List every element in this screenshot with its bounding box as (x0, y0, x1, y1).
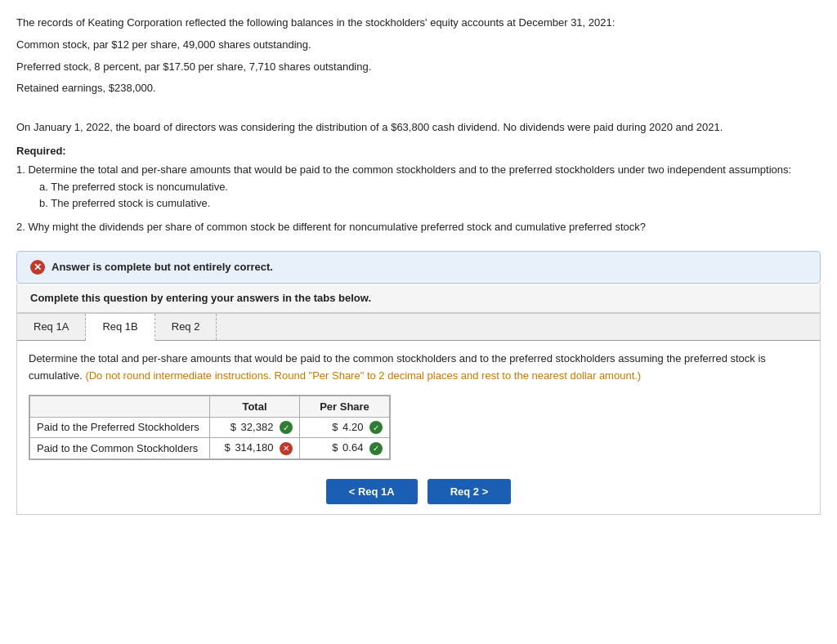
q2-text: 2. Why might the dividends per share of … (16, 219, 821, 236)
intro-line1: Common stock, par $12 per share, 49,000 … (16, 37, 821, 54)
row1-total-cell[interactable]: $ 32,382 ✓ (210, 417, 300, 438)
complete-banner-text: Complete this question by entering your … (30, 292, 371, 304)
row2-label: Paid to the Common Stockholders (30, 438, 210, 459)
incorrect-icon: ✕ (30, 260, 45, 275)
data-table: Total Per Share Paid to the Preferred St… (29, 396, 390, 459)
row1-dollar-total: $ (231, 421, 236, 433)
col-header-pershare: Per Share (300, 396, 390, 417)
row1-label: Paid to the Preferred Stockholders (30, 417, 210, 438)
tab-req1b[interactable]: Req 1B (86, 314, 154, 341)
row2-pershare-value: 0.64 (342, 441, 363, 454)
tab-req1a[interactable]: Req 1A (17, 314, 86, 340)
row1-dollar-pershare: $ (332, 421, 338, 433)
tabs-container: Req 1A Req 1B Req 2 Determine the total … (16, 313, 821, 515)
row1-pershare-value: 4.20 (342, 421, 363, 433)
tabs-row: Req 1A Req 1B Req 2 (17, 314, 820, 341)
answer-banner: ✕ Answer is complete but not entirely co… (16, 251, 821, 284)
required-label: Required: (16, 145, 821, 157)
nav-buttons: < Req 1A Req 2 > (29, 479, 808, 504)
row2-pershare-cell[interactable]: $ 0.64 ✓ (300, 438, 390, 459)
row1-total-value: 32,382 (241, 421, 274, 433)
q1-text: 1. Determine the total and per-share amo… (16, 162, 821, 179)
prev-button[interactable]: < Req 1A (326, 479, 418, 504)
data-table-wrapper: Total Per Share Paid to the Preferred St… (29, 395, 391, 460)
intro-line2: Preferred stock, 8 percent, par $17.50 p… (16, 59, 821, 76)
question1-block: 1. Determine the total and per-share amo… (16, 162, 821, 212)
row2-total-cell[interactable]: $ 314,180 ✕ (210, 438, 300, 459)
row2-total-value: 314,180 (235, 441, 273, 454)
col-header-empty (30, 396, 210, 417)
table-row: Paid to the Common Stockholders $ 314,18… (30, 438, 390, 459)
row2-total-check-icon: ✕ (280, 442, 293, 455)
intro-section: The records of Keating Corporation refle… (16, 15, 821, 136)
tab-description: Determine the total and per-share amount… (29, 351, 808, 385)
q1a-text: a. The preferred stock is noncumulative. (39, 179, 821, 196)
answer-banner-text: Answer is complete but not entirely corr… (51, 261, 273, 273)
row2-dollar-pershare: $ (332, 441, 338, 454)
intro-paragraph2: On January 1, 2022, the board of directo… (16, 119, 821, 136)
tab-req2[interactable]: Req 2 (155, 314, 217, 340)
intro-line3: Retained earnings, $238,000. (16, 80, 821, 97)
row2-pershare-check-icon: ✓ (369, 442, 383, 455)
intro-paragraph1: The records of Keating Corporation refle… (16, 15, 821, 32)
row1-pershare-check-icon: ✓ (369, 421, 383, 434)
row1-total-check-icon: ✓ (280, 421, 293, 434)
table-row: Paid to the Preferred Stockholders $ 32,… (30, 417, 390, 438)
tab-content: Determine the total and per-share amount… (17, 341, 820, 514)
q1b-text: b. The preferred stock is cumulative. (39, 195, 821, 212)
tab-description-orange: (Do not round intermediate instructions.… (85, 369, 641, 382)
row1-pershare-cell[interactable]: $ 4.20 ✓ (300, 417, 390, 438)
row2-dollar-total: $ (225, 441, 231, 454)
complete-banner: Complete this question by entering your … (16, 284, 821, 313)
next-button[interactable]: Req 2 > (427, 479, 512, 504)
col-header-total: Total (210, 396, 300, 417)
question2-block: 2. Why might the dividends per share of … (16, 219, 821, 236)
